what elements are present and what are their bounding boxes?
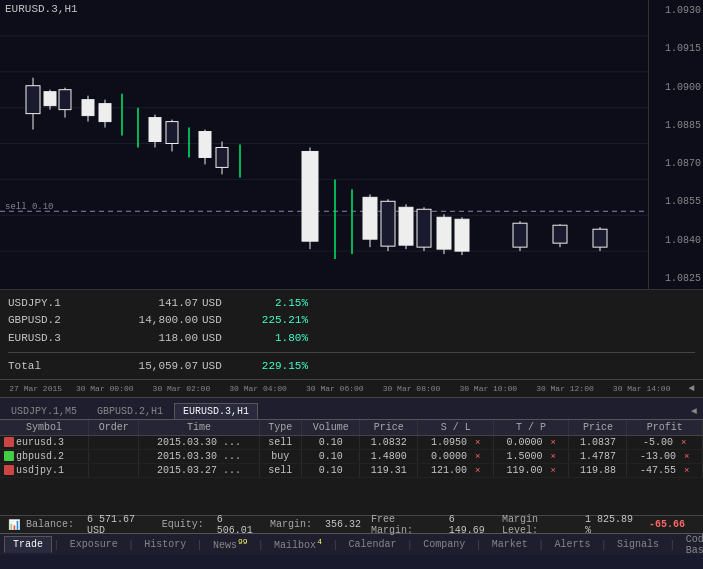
price-label-4: 1.0885 (651, 120, 701, 131)
price-axis: 1.0930 1.0915 1.0900 1.0885 1.0870 1.085… (648, 0, 703, 289)
nav-tab-news[interactable]: News99 (204, 534, 257, 554)
portfolio-pct-2: 225.21% (238, 314, 308, 326)
sl-close-3[interactable]: × (475, 466, 480, 476)
cell-time-1: 2015.03.30 ... (139, 436, 259, 450)
svg-rect-45 (455, 219, 469, 251)
time-label-3: 30 Mar 04:00 (220, 384, 297, 393)
time-label-7: 30 Mar 12:00 (527, 384, 604, 393)
trade-table-container: Symbol Order Time Type Volume Price S / … (0, 420, 703, 515)
portfolio-amount-3: 118.00 (98, 332, 198, 344)
portfolio-row-eurusd: EURUSD.3 118.00 USD 1.80% (8, 332, 695, 344)
nav-tab-exposure[interactable]: Exposure (61, 536, 127, 553)
time-label-2: 30 Mar 02:00 (143, 384, 220, 393)
cell-price-3: 119.31 (360, 464, 418, 478)
svg-rect-37 (381, 201, 395, 246)
cell-type-2: buy (259, 450, 302, 464)
tp-close-2[interactable]: × (550, 452, 555, 462)
price-label-3: 1.0900 (651, 82, 701, 93)
svg-rect-23 (166, 122, 178, 144)
nav-tab-history[interactable]: History (135, 536, 195, 553)
portfolio-symbol-2: GBPUSD.2 (8, 314, 98, 326)
cell-tp-2: 1.5000 × (493, 450, 568, 464)
svg-rect-15 (82, 100, 94, 116)
tab-eurusd[interactable]: EURUSD.3,H1 (174, 403, 258, 419)
nav-tab-mailbox[interactable]: Mailbox4 (265, 534, 331, 554)
nav-tab-company[interactable]: Company (414, 536, 474, 553)
balance-profit: -65.66 (649, 519, 685, 530)
nav-tabs[interactable]: Trade | Exposure | History | News99 | Ma… (0, 533, 703, 555)
col-volume: Volume (302, 420, 360, 436)
svg-rect-41 (417, 209, 431, 247)
cell-time-2: 2015.03.30 ... (139, 450, 259, 464)
nav-tab-calendar[interactable]: Calendar (340, 536, 406, 553)
nav-tab-trade[interactable]: Trade (4, 536, 52, 553)
cell-price-2: 1.4800 (360, 450, 418, 464)
svg-rect-28 (216, 147, 228, 167)
profit-close-1[interactable]: × (681, 438, 686, 448)
cell-volume-1: 0.10 (302, 436, 360, 450)
tp-close-1[interactable]: × (550, 438, 555, 448)
cell-symbol-1: eurusd.3 (0, 436, 88, 450)
portfolio-currency-3: USD (198, 332, 238, 344)
profit-close-3[interactable]: × (684, 466, 689, 476)
tabs-scroll-arrow[interactable]: ◄ (687, 404, 701, 419)
chart-area: EURUSD.3,H1 (0, 0, 703, 290)
cell-type-1: sell (259, 436, 302, 450)
table-header-row: Symbol Order Time Type Volume Price S / … (0, 420, 703, 436)
table-row: gbpusd.2 2015.03.30 ... buy 0.10 1.4800 … (0, 450, 703, 464)
free-margin-value: 6 149.69 (449, 514, 492, 536)
tab-gbpusd[interactable]: GBPUSD.2,H1 (88, 403, 172, 419)
portfolio-symbol-1: USDJPY.1 (8, 297, 98, 309)
margin-level-label: Margin Level: (502, 514, 572, 536)
portfolio-symbol-3: EURUSD.3 (8, 332, 98, 344)
cell-volume-3: 0.10 (302, 464, 360, 478)
time-label-1: 30 Mar 00:00 (66, 384, 143, 393)
price-label-7: 1.0840 (651, 235, 701, 246)
price-label-2: 1.0915 (651, 43, 701, 54)
cell-type-3: sell (259, 464, 302, 478)
col-tp: T / P (493, 420, 568, 436)
portfolio-pct-3: 1.80% (238, 332, 308, 344)
table-row: usdjpy.1 2015.03.27 ... sell 0.10 119.31… (0, 464, 703, 478)
nav-tab-market[interactable]: Market (483, 536, 537, 553)
tab-usdjpy[interactable]: USDJPY.1,M5 (2, 403, 86, 419)
cell-profit-3: -47.55 × (627, 464, 703, 478)
portfolio-amount-2: 14,800.00 (98, 314, 198, 326)
col-price: Price (360, 420, 418, 436)
balance-label: Balance: (26, 519, 74, 530)
portfolio-row-gbpusd: GBPUSD.2 14,800.00 USD 225.21% (8, 314, 695, 326)
svg-rect-9 (26, 86, 40, 114)
portfolio-pct-1: 2.15% (238, 297, 308, 309)
cell-current-2: 1.4787 (569, 450, 627, 464)
svg-rect-39 (399, 207, 413, 245)
price-label-6: 1.0855 (651, 196, 701, 207)
margin-label: Margin: (270, 519, 312, 530)
time-label-8: 30 Mar 14:00 (603, 384, 680, 393)
nav-tab-alerts[interactable]: Alerts (545, 536, 599, 553)
portfolio-total-amount: 15,059.07 (98, 360, 198, 372)
cell-symbol-2: gbpusd.2 (0, 450, 88, 464)
cell-volume-2: 0.10 (302, 450, 360, 464)
cell-current-3: 119.88 (569, 464, 627, 478)
col-symbol: Symbol (0, 420, 88, 436)
sl-close-2[interactable]: × (475, 452, 480, 462)
cell-order-1 (88, 436, 138, 450)
cell-sl-3: 121.00 × (418, 464, 493, 478)
cell-current-1: 1.0837 (569, 436, 627, 450)
svg-rect-47 (513, 223, 527, 247)
tp-close-3[interactable]: × (550, 466, 555, 476)
toolbox-side-label: 📊 (8, 519, 20, 531)
portfolio-panel: USDJPY.1 141.07 USD 2.15% GBPUSD.2 14,80… (0, 290, 703, 380)
nav-tab-codebase[interactable]: Code Base (677, 531, 703, 559)
profit-close-2[interactable]: × (684, 452, 689, 462)
candlestick-chart: sell 0.10 (0, 0, 648, 289)
sl-close-1[interactable]: × (475, 438, 480, 448)
price-label-8: 1.0825 (651, 273, 701, 284)
svg-rect-13 (59, 90, 71, 110)
cell-order-2 (88, 450, 138, 464)
svg-rect-21 (149, 118, 161, 142)
portfolio-total-currency: USD (198, 360, 238, 372)
nav-tab-signals[interactable]: Signals (608, 536, 668, 553)
symbol-tabs[interactable]: USDJPY.1,M5 GBPUSD.2,H1 EURUSD.3,H1 ◄ (0, 398, 703, 420)
news-badge: 99 (238, 537, 248, 546)
